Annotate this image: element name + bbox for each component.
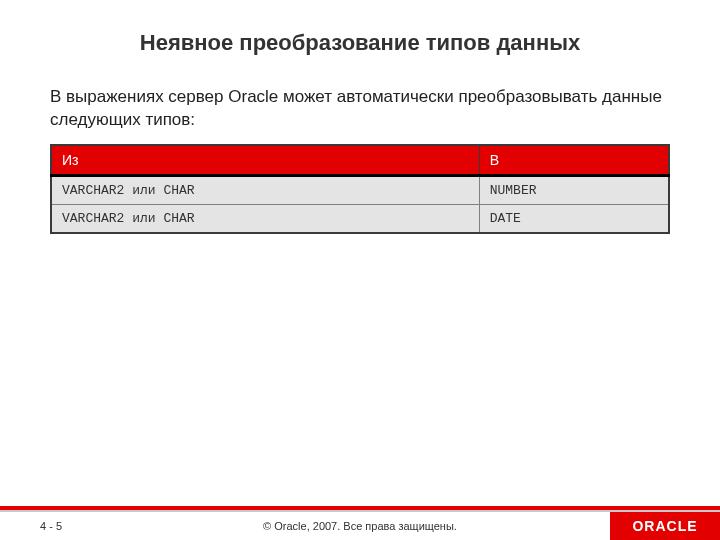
col-header-to: В: [479, 145, 669, 176]
table-header-row: Из В: [51, 145, 669, 176]
col-header-from: Из: [51, 145, 479, 176]
footer-content: 4 - 5 © Oracle, 2007. Все права защищены…: [0, 512, 720, 540]
oracle-logo: ORACLE: [610, 512, 720, 540]
conversion-table: Из В VARCHAR2 или CHAR NUMBER VARCHAR2 и…: [50, 144, 670, 234]
slide-body-text: В выражениях сервер Oracle может автомат…: [0, 86, 720, 144]
page-number: 4 - 5: [40, 520, 62, 532]
cell-to: NUMBER: [479, 175, 669, 204]
slide-title: Неявное преобразование типов данных: [0, 0, 720, 86]
table-row: VARCHAR2 или CHAR DATE: [51, 204, 669, 233]
footer: 4 - 5 © Oracle, 2007. Все права защищены…: [0, 506, 720, 540]
cell-from: VARCHAR2 или CHAR: [51, 204, 479, 233]
cell-from: VARCHAR2 или CHAR: [51, 175, 479, 204]
cell-to: DATE: [479, 204, 669, 233]
table-row: VARCHAR2 или CHAR NUMBER: [51, 175, 669, 204]
